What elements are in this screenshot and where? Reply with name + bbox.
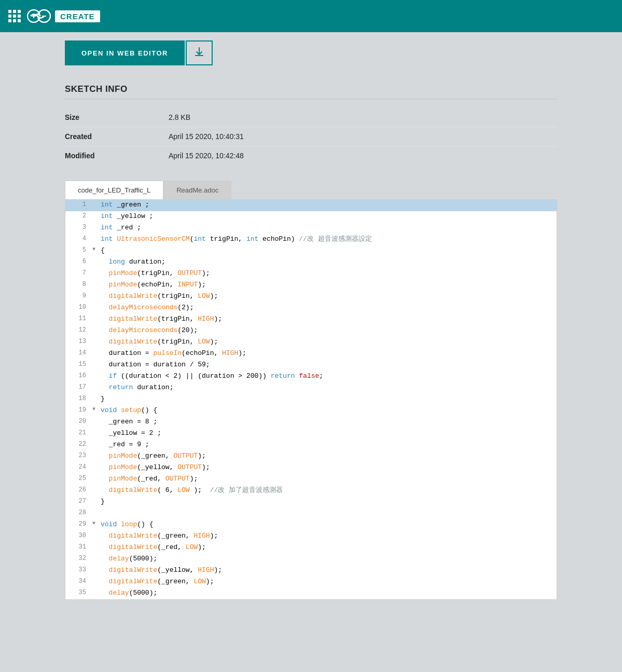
table-row: 7 pinMode(trigPin, OUTPUT); (65, 268, 557, 280)
line-content: { (100, 245, 557, 256)
table-row: 13 digitalWrite(trigPin, LOW); (65, 337, 557, 348)
line-content: if ((duration < 2) || (duration > 200)) … (100, 371, 557, 381)
info-row-size: Size 2.8 KB (65, 108, 557, 127)
line-content: return duration; (100, 382, 557, 393)
line-content: pinMode(_yellow, OUTPUT); (100, 462, 557, 473)
table-row: 17 return duration; (65, 382, 557, 394)
line-content: void setup() { (100, 405, 557, 416)
line-arrow: ▼ (92, 245, 100, 254)
line-number: 28 (65, 508, 92, 518)
line-content: int _red ; (100, 223, 557, 233)
table-row: 18 } (65, 394, 557, 405)
info-label-created: Created (65, 132, 169, 141)
line-number: 29 (65, 519, 92, 529)
arduino-logo-icon (27, 9, 51, 23)
info-value-size: 2.8 KB (169, 113, 190, 121)
table-row: 1 int _green ; (65, 200, 557, 211)
line-content: digitalWrite(trigPin, LOW); (100, 337, 557, 347)
line-arrow: ▼ (92, 405, 100, 414)
table-row: 2 int _yellow ; (65, 211, 557, 223)
table-row: 28 (65, 508, 557, 519)
table-row: 34 digitalWrite(_green, LOW); (65, 577, 557, 588)
logo-area: CREATE (27, 9, 100, 23)
line-content: digitalWrite(trigPin, HIGH); (100, 314, 557, 324)
file-tabs: code_for_LED_Traffic_L ReadMe.adoc (65, 181, 557, 199)
line-content: int _green ; (100, 200, 557, 210)
line-number: 2 (65, 211, 92, 221)
line-content: } (100, 394, 557, 404)
table-row: 16 if ((duration < 2) || (duration > 200… (65, 371, 557, 382)
table-row: 3 int _red ; (65, 223, 557, 234)
line-number: 34 (65, 577, 92, 586)
line-number: 18 (65, 394, 92, 404)
line-number: 16 (65, 371, 92, 381)
line-content: pinMode(_green, OUTPUT); (100, 451, 557, 461)
table-row: 4 int UltrasonicSensorCM(int trigPin, in… (65, 234, 557, 245)
line-arrow: ▼ (92, 519, 100, 528)
table-row: 22 _red = 9 ; (65, 440, 557, 451)
grid-menu-icon[interactable] (8, 10, 21, 22)
line-number: 11 (65, 314, 92, 324)
line-number: 33 (65, 565, 92, 575)
line-content: } (100, 497, 557, 507)
table-row: 25 pinMode(_red, OUTPUT); (65, 474, 557, 485)
line-number: 26 (65, 485, 92, 495)
table-row: 29▼void loop() { (65, 519, 557, 531)
table-row: 9 digitalWrite(trigPin, LOW); (65, 291, 557, 303)
line-content: digitalWrite(_green, HIGH); (100, 531, 557, 541)
line-number: 17 (65, 382, 92, 392)
table-row: 10 delayMicroseconds(2); (65, 303, 557, 314)
table-row: 12 delayMicroseconds(20); (65, 325, 557, 337)
line-content: _green = 8 ; (100, 417, 557, 427)
line-content: _red = 9 ; (100, 440, 557, 450)
table-row: 23 pinMode(_green, OUTPUT); (65, 451, 557, 462)
line-number: 6 (65, 257, 92, 267)
table-row: 35 delay(5000); (65, 588, 557, 599)
table-row: 32 delay(5000); (65, 554, 557, 565)
line-number: 10 (65, 303, 92, 312)
line-content: digitalWrite(_green, LOW); (100, 577, 557, 587)
line-number: 23 (65, 451, 92, 461)
tab-code-file[interactable]: code_for_LED_Traffic_L (65, 181, 163, 199)
line-content: long duration; (100, 257, 557, 267)
line-content: delay(5000); (100, 554, 557, 564)
line-content: pinMode(trigPin, OUTPUT); (100, 268, 557, 279)
line-number: 8 (65, 280, 92, 290)
info-value-created: April 15 2020, 10:40:31 (169, 132, 244, 141)
code-editor[interactable]: 1 int _green ;2 int _yellow ;3 int _red … (65, 199, 557, 600)
info-label-modified: Modified (65, 152, 169, 160)
line-number: 1 (65, 200, 92, 210)
line-content: delayMicroseconds(20); (100, 325, 557, 336)
line-number: 9 (65, 291, 92, 301)
line-content: digitalWrite(_red, LOW); (100, 542, 557, 553)
code-section: code_for_LED_Traffic_L ReadMe.adoc 1 int… (65, 181, 557, 600)
line-content: digitalWrite(_yellow, HIGH); (100, 565, 557, 575)
line-content: duration = pulseIn(echoPin, HIGH); (100, 348, 557, 359)
download-button[interactable] (186, 40, 213, 65)
table-row: 6 long duration; (65, 257, 557, 268)
line-number: 15 (65, 360, 92, 369)
table-row: 24 pinMode(_yellow, OUTPUT); (65, 462, 557, 474)
table-row: 30 digitalWrite(_green, HIGH); (65, 531, 557, 542)
line-number: 22 (65, 440, 92, 449)
table-row: 5▼{ (65, 245, 557, 257)
line-number: 4 (65, 234, 92, 244)
table-row: 31 digitalWrite(_red, LOW); (65, 542, 557, 554)
line-number: 27 (65, 497, 92, 506)
table-row: 11 digitalWrite(trigPin, HIGH); (65, 314, 557, 325)
info-label-size: Size (65, 113, 169, 121)
logo-create-text: CREATE (55, 10, 100, 22)
line-number: 3 (65, 223, 92, 232)
tab-readme-file[interactable]: ReadMe.adoc (163, 181, 231, 199)
line-content: pinMode(_red, OUTPUT); (100, 474, 557, 484)
table-row: 8 pinMode(echoPin, INPUT); (65, 280, 557, 291)
line-number: 25 (65, 474, 92, 484)
open-web-editor-button[interactable]: OPEN IN WEB EDITOR (65, 40, 185, 65)
line-content: int UltrasonicSensorCM(int trigPin, int … (100, 234, 557, 244)
line-number: 20 (65, 417, 92, 427)
table-row: 33 digitalWrite(_yellow, HIGH); (65, 565, 557, 577)
info-row-modified: Modified April 15 2020, 10:42:48 (65, 146, 557, 165)
line-number: 21 (65, 428, 92, 438)
line-number: 7 (65, 268, 92, 278)
line-content: delay(5000); (100, 588, 557, 598)
